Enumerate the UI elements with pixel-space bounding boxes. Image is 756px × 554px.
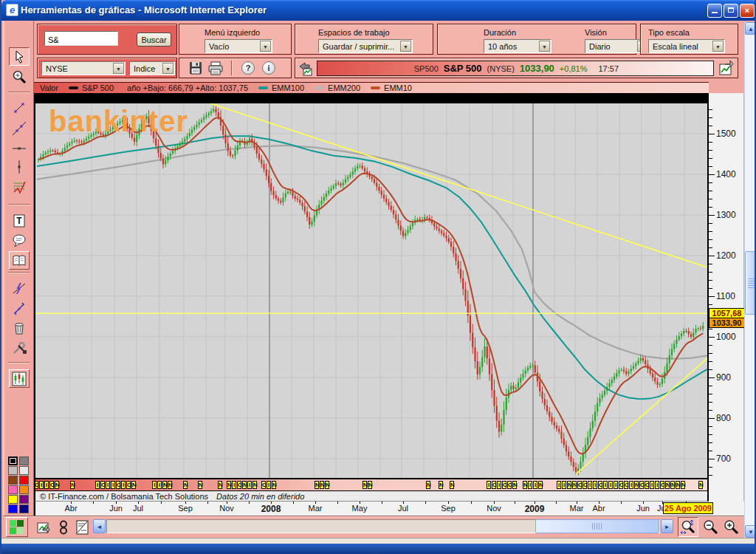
delete-line-tool[interactable] bbox=[9, 279, 30, 298]
news-marker[interactable]: N bbox=[676, 481, 680, 489]
news-marker[interactable]: N bbox=[572, 481, 577, 489]
workspaces-select[interactable]: Guardar / suprimir...▼ bbox=[318, 39, 413, 53]
news-marker[interactable]: N bbox=[218, 481, 222, 489]
candlestick-chart[interactable] bbox=[35, 103, 707, 478]
news-marker[interactable]: C bbox=[49, 481, 54, 489]
chevron-down-icon[interactable]: ▼ bbox=[539, 41, 550, 52]
news-marker[interactable]: C bbox=[126, 481, 131, 489]
horizontal-line-tool[interactable] bbox=[9, 139, 30, 157]
news-marker[interactable]: I bbox=[588, 481, 592, 489]
news-marker[interactable]: N bbox=[512, 481, 517, 489]
palette-color[interactable] bbox=[8, 495, 18, 504]
news-marker[interactable]: N bbox=[183, 481, 188, 489]
chart-window-button[interactable] bbox=[35, 519, 52, 536]
news-marker[interactable]: C bbox=[645, 481, 649, 489]
news-marker[interactable]: I bbox=[44, 481, 49, 489]
news-marker[interactable]: C bbox=[116, 481, 120, 489]
scroll-right-button[interactable]: ► bbox=[661, 519, 673, 533]
news-marker[interactable]: N bbox=[450, 481, 454, 489]
news-marker[interactable]: I bbox=[95, 481, 100, 489]
left-menu-select[interactable]: Vacío▼ bbox=[205, 39, 272, 53]
news-marker[interactable]: C bbox=[624, 481, 628, 489]
zoom-in-button[interactable] bbox=[722, 519, 740, 536]
news-marker[interactable]: C bbox=[583, 481, 587, 489]
vertical-line-tool[interactable] bbox=[9, 157, 30, 176]
v-scrollbar-thumb[interactable] bbox=[745, 251, 756, 315]
fibonacci-tool[interactable] bbox=[9, 177, 30, 196]
news-marker[interactable]: I bbox=[497, 481, 501, 489]
back-to-chart-button[interactable] bbox=[298, 61, 314, 77]
chevron-down-icon[interactable]: ▼ bbox=[113, 63, 124, 74]
scale-type-select[interactable]: Escala lineal▼ bbox=[648, 39, 725, 53]
news-marker[interactable]: I bbox=[152, 481, 157, 489]
palette-color[interactable] bbox=[19, 466, 29, 475]
news-marker[interactable]: N bbox=[55, 481, 59, 489]
news-marker[interactable]: C bbox=[261, 481, 266, 489]
news-marker[interactable]: I bbox=[487, 481, 491, 489]
news-marker[interactable]: I bbox=[608, 481, 613, 489]
news-marker[interactable]: C bbox=[598, 481, 602, 489]
news-marker[interactable]: N bbox=[227, 481, 231, 489]
news-marker[interactable]: I bbox=[157, 481, 162, 489]
library-tool[interactable] bbox=[9, 251, 30, 270]
news-marker[interactable]: C bbox=[100, 481, 105, 489]
instrument-select[interactable]: Indice▼ bbox=[129, 61, 175, 75]
zoom-free-button[interactable] bbox=[678, 517, 698, 537]
chevron-down-icon[interactable]: ▼ bbox=[400, 41, 411, 52]
news-marker[interactable]: C bbox=[660, 481, 664, 489]
news-marker[interactable]: I bbox=[533, 481, 537, 489]
news-marker[interactable]: I bbox=[267, 481, 271, 489]
news-marker[interactable]: I bbox=[528, 481, 532, 489]
news-marker[interactable]: N bbox=[523, 481, 527, 489]
news-marker[interactable]: I bbox=[557, 481, 561, 489]
news-page-button[interactable] bbox=[75, 519, 90, 536]
chevron-down-icon[interactable]: ▼ bbox=[260, 41, 271, 52]
palette-color[interactable] bbox=[19, 495, 29, 504]
h-scrollbar-thumb[interactable] bbox=[535, 519, 659, 533]
news-marker[interactable]: N bbox=[131, 481, 136, 489]
news-marker[interactable]: N bbox=[162, 481, 167, 489]
news-marker[interactable]: C bbox=[639, 481, 644, 489]
palette-button[interactable] bbox=[6, 517, 28, 537]
restore-button[interactable] bbox=[724, 4, 738, 18]
palette-color[interactable] bbox=[8, 485, 18, 494]
news-marker[interactable]: N bbox=[362, 481, 367, 489]
news-marker[interactable]: N bbox=[272, 481, 276, 489]
news-marker[interactable]: N bbox=[439, 481, 443, 489]
exchange-select[interactable]: NYSE▼ bbox=[41, 61, 126, 75]
palette-color[interactable] bbox=[8, 466, 18, 475]
print-button[interactable] bbox=[207, 61, 224, 75]
palette-color[interactable] bbox=[8, 456, 18, 465]
save-button[interactable] bbox=[188, 61, 203, 75]
news-marker-strip[interactable]: CIICNNICIICICNIINNNNNNICNINCINNNNNNNNNIC… bbox=[35, 478, 707, 491]
chevron-down-icon[interactable]: ▼ bbox=[162, 63, 173, 74]
news-marker[interactable]: N bbox=[168, 481, 172, 489]
close-button[interactable]: × bbox=[740, 4, 755, 18]
news-marker[interactable]: N bbox=[70, 481, 75, 489]
news-marker[interactable]: I bbox=[562, 481, 566, 489]
ticker-bar[interactable]: SP500 S&P 500 (NYSE) 1033,90 +0,81% 17:5… bbox=[317, 61, 714, 76]
search-button[interactable]: Buscar bbox=[137, 33, 171, 47]
news-marker[interactable]: C bbox=[237, 481, 241, 489]
help-button[interactable]: ? bbox=[241, 61, 255, 75]
news-marker[interactable]: N bbox=[242, 481, 247, 489]
search-input[interactable] bbox=[44, 31, 118, 46]
news-marker[interactable]: C bbox=[492, 481, 496, 489]
v-scrollbar[interactable]: ▲ ▼ bbox=[744, 22, 756, 538]
news-marker[interactable]: N bbox=[698, 481, 703, 489]
chart-plot[interactable]: bankinter bbox=[35, 103, 707, 478]
palette-color[interactable] bbox=[19, 476, 29, 485]
link-button[interactable] bbox=[58, 519, 69, 536]
chart-style-tool[interactable] bbox=[9, 369, 30, 388]
minimize-button[interactable] bbox=[707, 4, 722, 18]
news-marker[interactable]: C bbox=[507, 481, 512, 489]
news-marker[interactable]: I bbox=[593, 481, 597, 489]
news-marker[interactable]: C bbox=[502, 481, 506, 489]
news-marker[interactable]: N bbox=[320, 481, 324, 489]
news-marker[interactable]: I bbox=[655, 481, 659, 489]
settings-tool[interactable] bbox=[9, 338, 30, 357]
news-marker[interactable]: N bbox=[315, 481, 319, 489]
news-marker[interactable]: N bbox=[567, 481, 571, 489]
text-tool[interactable]: T bbox=[9, 211, 30, 230]
chevron-down-icon[interactable]: ▼ bbox=[712, 41, 724, 52]
